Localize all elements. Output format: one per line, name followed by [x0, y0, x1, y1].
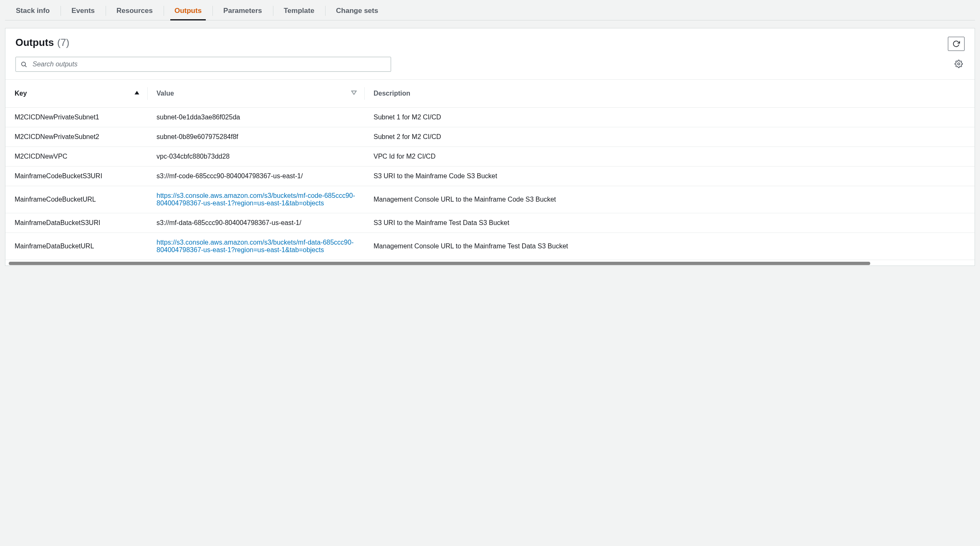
- refresh-icon: [952, 40, 960, 48]
- svg-marker-3: [134, 91, 139, 94]
- horizontal-scrollbar[interactable]: [5, 260, 975, 265]
- tab-changesets[interactable]: Change sets: [325, 2, 389, 20]
- svg-point-2: [958, 63, 960, 65]
- table-row: MainframeCodeBucketS3URIs3://mf-code-685…: [5, 167, 975, 186]
- table-row: MainframeDataBucketS3URIs3://mf-data-685…: [5, 213, 975, 233]
- cell-description: S3 URI to the Mainframe Test Data S3 Buc…: [364, 213, 975, 233]
- cell-value: vpc-034cbfc880b73dd28: [147, 147, 364, 167]
- cell-description: VPC Id for M2 CI/CD: [364, 147, 975, 167]
- cell-description: Subnet 1 for M2 CI/CD: [364, 108, 975, 127]
- settings-button[interactable]: [953, 58, 965, 71]
- cell-key: M2CICDNewPrivateSubnet1: [5, 108, 147, 127]
- table-row: M2CICDNewPrivateSubnet2subnet-0b89e60797…: [5, 127, 975, 147]
- outputs-table-wrap: Key Value Description: [5, 79, 975, 260]
- cell-key: MainframeDataBucketURL: [5, 233, 147, 260]
- scrollbar-thumb[interactable]: [9, 262, 870, 265]
- tab-stackinfo[interactable]: Stack info: [5, 2, 61, 20]
- search-icon: [20, 61, 27, 68]
- column-header-description[interactable]: Description: [364, 80, 975, 108]
- cell-value: subnet-0e1dda3ae86f025da: [147, 108, 364, 127]
- cell-key: M2CICDNewVPC: [5, 147, 147, 167]
- cell-description: S3 URI to the Mainframe Code S3 Bucket: [364, 167, 975, 186]
- table-row: M2CICDNewPrivateSubnet1subnet-0e1dda3ae8…: [5, 108, 975, 127]
- panel-title: Outputs: [15, 37, 54, 48]
- cell-key: MainframeCodeBucketS3URI: [5, 167, 147, 186]
- cell-value: https://s3.console.aws.amazon.com/s3/buc…: [147, 186, 364, 213]
- column-header-value[interactable]: Value: [147, 80, 364, 108]
- value-link[interactable]: https://s3.console.aws.amazon.com/s3/buc…: [157, 192, 355, 207]
- column-header-key[interactable]: Key: [5, 80, 147, 108]
- cell-value: s3://mf-code-685ccc90-804004798367-us-ea…: [147, 167, 364, 186]
- cell-key: MainframeCodeBucketURL: [5, 186, 147, 213]
- table-row: MainframeDataBucketURLhttps://s3.console…: [5, 233, 975, 260]
- value-link[interactable]: https://s3.console.aws.amazon.com/s3/buc…: [157, 239, 354, 253]
- search-input[interactable]: [15, 57, 391, 72]
- cell-key: M2CICDNewPrivateSubnet2: [5, 127, 147, 147]
- outputs-panel: Outputs (7) Key: [5, 28, 975, 266]
- tab-outputs[interactable]: Outputs: [164, 2, 212, 20]
- table-row: M2CICDNewVPCvpc-034cbfc880b73dd28VPC Id …: [5, 147, 975, 167]
- cell-value: subnet-0b89e607975284f8f: [147, 127, 364, 147]
- outputs-table: Key Value Description: [5, 80, 975, 260]
- cell-description: Subnet 2 for M2 CI/CD: [364, 127, 975, 147]
- tab-parameters[interactable]: Parameters: [212, 2, 273, 20]
- tab-resources[interactable]: Resources: [106, 2, 164, 20]
- gear-icon: [955, 60, 963, 68]
- svg-marker-4: [351, 91, 356, 94]
- sort-none-icon: [351, 90, 357, 97]
- tab-template[interactable]: Template: [273, 2, 325, 20]
- cell-description: Management Console URL to the Mainframe …: [364, 186, 975, 213]
- tab-events[interactable]: Events: [61, 2, 106, 20]
- cell-description: Management Console URL to the Mainframe …: [364, 233, 975, 260]
- refresh-button[interactable]: [948, 37, 965, 51]
- tabs-bar: Stack infoEventsResourcesOutputsParamete…: [5, 0, 975, 20]
- table-row: MainframeCodeBucketURLhttps://s3.console…: [5, 186, 975, 213]
- column-header-value-label: Value: [157, 90, 174, 97]
- column-header-description-label: Description: [374, 90, 410, 97]
- panel-count: (7): [57, 37, 69, 48]
- column-header-key-label: Key: [15, 90, 27, 97]
- cell-key: MainframeDataBucketS3URI: [5, 213, 147, 233]
- cell-value: s3://mf-data-685ccc90-804004798367-us-ea…: [147, 213, 364, 233]
- cell-value: https://s3.console.aws.amazon.com/s3/buc…: [147, 233, 364, 260]
- svg-line-1: [25, 66, 26, 67]
- sort-asc-icon: [134, 90, 140, 97]
